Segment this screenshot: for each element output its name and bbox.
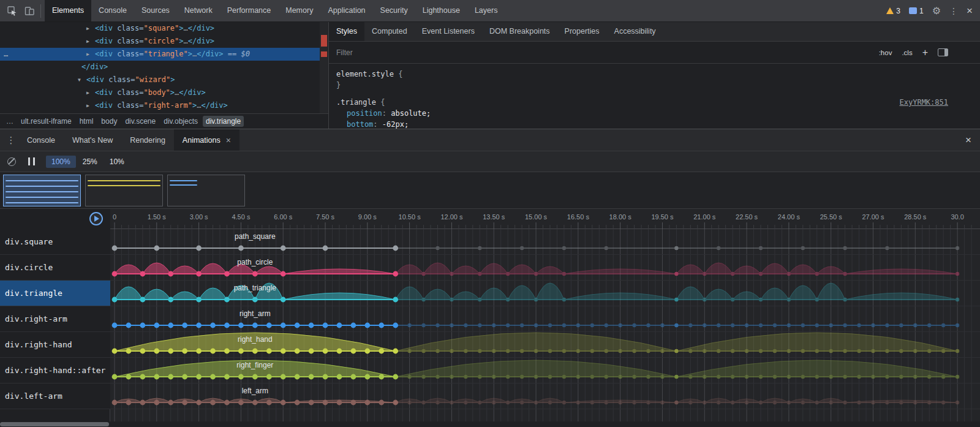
playback-rate-button[interactable]: 10% [104,156,130,168]
sidebar-toggle-icon[interactable] [938,48,948,56]
dom-node[interactable]: …▶<div class="triangle">…</div> == $0 [0,48,320,61]
device-toolbar-icon[interactable] [24,6,34,16]
dom-node[interactable]: ▶<div class="body">…</div> [0,86,320,99]
disclosure-triangle-icon[interactable]: ▶ [86,48,89,61]
animation-row: div.trianglepath_triangle [0,281,980,306]
tab-computed[interactable]: Computed [364,22,415,41]
disclosure-triangle-icon[interactable]: ▶ [86,35,89,48]
tab-sources[interactable]: Sources [134,0,177,21]
drawer-tab-bar: ⋮ ConsoleWhat's NewRenderingAnimations× … [0,129,980,151]
svg-text:10.50 s: 10.50 s [399,213,421,221]
close-drawer-icon[interactable]: × [965,134,971,146]
syntax-token: class= [113,37,144,45]
drawer-tab-animations[interactable]: Animations× [174,129,239,151]
syntax-token: <div [95,37,113,45]
scrollbar-thumb[interactable] [0,422,109,426]
breadcrumb-item[interactable]: ult.result-iframe [18,116,75,127]
syntax-token: absolute; [391,109,431,118]
close-tab-icon[interactable]: × [226,135,231,145]
tab-properties[interactable]: Properties [557,22,607,41]
new-style-rule-button[interactable]: + [922,48,928,57]
breadcrumb-item[interactable]: div.objects [160,116,201,127]
animation-track[interactable]: right_finger [110,358,980,383]
dom-node[interactable]: ▼<div class="wizard"> [0,74,320,86]
styles-filter-input[interactable] [336,48,471,57]
animation-preview[interactable] [85,175,163,206]
dom-node[interactable]: </div> [0,61,320,74]
pause-icon[interactable] [28,157,35,165]
tab-performance[interactable]: Performance [220,0,279,21]
syntax-token: <div [95,50,113,58]
tab-styles[interactable]: Styles [329,22,364,41]
message-count: 1 [919,7,924,15]
breadcrumb-item[interactable]: body [98,116,120,127]
animation-preview-strip [0,172,980,209]
tab-console[interactable]: Console [91,0,134,21]
disclosure-triangle-icon[interactable]: ▶ [86,22,89,35]
animation-track[interactable]: right_arm [110,306,980,331]
animation-node-label[interactable]: div.square [0,229,110,254]
tab-accessibility[interactable]: Accessibility [607,22,663,41]
animation-track[interactable]: path_triangle [110,281,980,306]
animation-node-label[interactable]: div.circle [0,255,110,280]
animation-preview[interactable] [167,175,245,206]
settings-icon[interactable]: ⚙ [932,7,941,15]
animation-node-label[interactable]: div.triangle [0,281,110,306]
dom-node[interactable]: ▶<div class="circle">…</div> [0,35,320,48]
replay-icon[interactable] [89,212,103,225]
tab-memory[interactable]: Memory [278,0,320,21]
disclosure-triangle-icon[interactable]: ▼ [78,74,81,86]
messages-indicator[interactable]: 1 [909,7,924,15]
drawer-tab-what-s-new[interactable]: What's New [64,129,121,151]
horizontal-scrollbar[interactable] [0,421,980,427]
element-classes-button[interactable]: .cls [902,49,912,56]
animation-node-label[interactable]: div.right-hand::after [0,358,110,383]
drawer-menu-icon[interactable]: ⋮ [4,136,18,145]
tab-lighthouse[interactable]: Lighthouse [415,0,467,21]
drawer-tab-console[interactable]: Console [18,129,64,151]
animation-preview[interactable] [3,175,81,206]
svg-text:30.0: 30.0 [951,213,963,221]
dom-node[interactable]: ▶<div class="square">…</div> [0,22,320,35]
playback-rate-button[interactable]: 25% [77,156,103,168]
clear-all-icon[interactable] [7,157,16,166]
breadcrumb-item[interactable]: html [77,116,97,127]
syntax-token: > [188,50,192,58]
css-line: .triangle {ExyYRMK:851 [336,97,980,108]
animation-track[interactable]: right_hand [110,332,980,357]
tab-application[interactable]: Application [320,0,372,21]
breadcrumb-overflow[interactable]: … [4,117,16,126]
animation-node-label[interactable]: div.left-arm [0,384,110,409]
drawer-tab-rendering[interactable]: Rendering [121,129,174,151]
warnings-indicator[interactable]: 3 [886,7,900,15]
disclosure-triangle-icon[interactable]: ▶ [86,99,89,112]
syntax-token: <div [86,75,104,84]
close-devtools-icon[interactable]: × [967,7,973,15]
toggle-element-state-button[interactable]: :hov [879,49,892,56]
syntax-token: <div [95,24,113,32]
style-source-link[interactable]: ExyYRMK:851 [900,97,948,108]
breadcrumb: …ult.result-iframehtmlbodydiv.scenediv.o… [0,113,328,129]
tab-layers[interactable]: Layers [467,0,505,21]
breadcrumb-item[interactable]: div.triangle [203,116,244,127]
disclosure-triangle-icon[interactable]: ▶ [86,86,89,99]
playback-rate-button[interactable]: 100% [46,156,76,168]
animation-track[interactable]: path_square [110,229,980,254]
elements-scrollbar[interactable] [320,22,328,113]
tab-elements[interactable]: Elements [45,0,91,21]
svg-text:13.50 s: 13.50 s [483,213,505,221]
tab-network[interactable]: Network [177,0,220,21]
tab-dom-breakpoints[interactable]: DOM Breakpoints [482,22,557,41]
inspect-icon[interactable] [7,6,17,16]
more-icon[interactable]: … [4,48,9,61]
more-options-icon[interactable]: ⋮ [949,7,958,15]
breadcrumb-item[interactable]: div.scene [122,116,159,127]
animation-node-label[interactable]: div.right-hand [0,332,110,357]
animation-track[interactable]: left_arm [110,384,980,409]
tab-event-listeners[interactable]: Event Listeners [415,22,482,41]
animation-node-label[interactable]: div.right-arm [0,306,110,331]
tab-security[interactable]: Security [373,0,415,21]
animation-track[interactable]: path_circle [110,255,980,280]
syntax-token: bottom [347,120,373,129]
dom-node[interactable]: ▶<div class="right-arm">…</div> [0,99,320,112]
